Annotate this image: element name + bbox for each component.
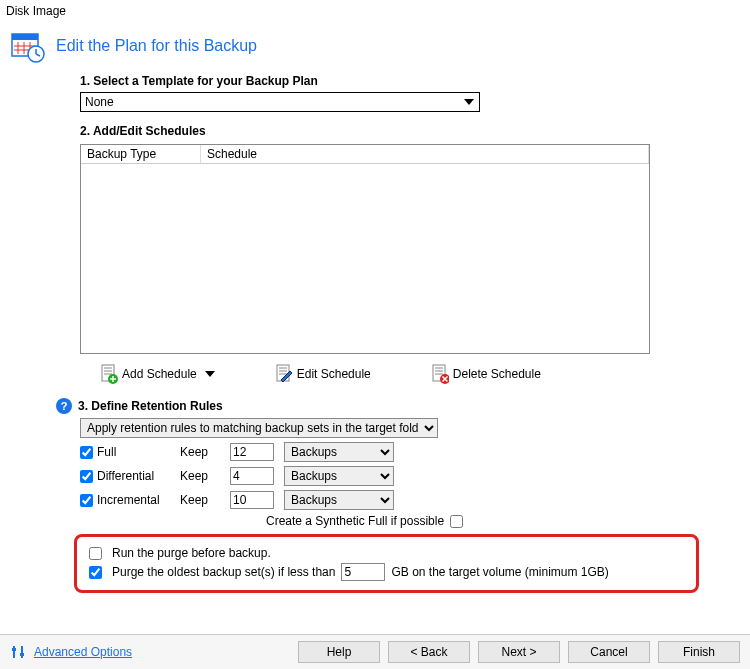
chevron-down-icon bbox=[205, 371, 215, 377]
template-select[interactable]: None bbox=[80, 92, 480, 112]
svg-rect-32 bbox=[12, 648, 16, 651]
add-schedule-label: Add Schedule bbox=[122, 367, 197, 381]
incremental-unit-select[interactable]: Backups bbox=[284, 490, 394, 510]
page-title: Edit the Plan for this Backup bbox=[56, 37, 257, 55]
highlight-box: Run the purge before backup. Purge the o… bbox=[74, 534, 699, 593]
differential-label: Differential bbox=[97, 469, 154, 483]
edit-schedule-button[interactable]: Edit Schedule bbox=[275, 364, 371, 384]
schedule-table-body[interactable] bbox=[81, 164, 649, 353]
add-icon bbox=[100, 364, 118, 384]
full-unit-select[interactable]: Backups bbox=[284, 442, 394, 462]
cancel-button[interactable]: Cancel bbox=[568, 641, 650, 663]
keep-label: Keep bbox=[180, 493, 220, 507]
svg-rect-1 bbox=[12, 34, 38, 40]
incremental-count-input[interactable] bbox=[230, 491, 274, 509]
section3-label: 3. Define Retention Rules bbox=[78, 399, 223, 413]
footer-bar: Advanced Options Help < Back Next > Canc… bbox=[0, 634, 750, 669]
retention-row-incremental: Incremental Keep Backups bbox=[80, 490, 730, 510]
incremental-checkbox[interactable]: Incremental bbox=[80, 493, 170, 507]
purge-gb-input[interactable] bbox=[341, 563, 385, 581]
delete-schedule-button[interactable]: Delete Schedule bbox=[431, 364, 541, 384]
full-label: Full bbox=[97, 445, 116, 459]
incremental-label: Incremental bbox=[97, 493, 160, 507]
synthetic-label: Create a Synthetic Full if possible bbox=[266, 514, 444, 528]
schedule-col-type[interactable]: Backup Type bbox=[81, 145, 201, 163]
retention-row-full: Full Keep Backups bbox=[80, 442, 730, 462]
differential-unit-select[interactable]: Backups bbox=[284, 466, 394, 486]
differential-checkbox-input[interactable] bbox=[80, 470, 93, 483]
window-title: Disk Image bbox=[0, 0, 750, 22]
sliders-icon bbox=[10, 644, 26, 660]
keep-label: Keep bbox=[180, 445, 220, 459]
svg-rect-33 bbox=[20, 653, 24, 656]
full-checkbox[interactable]: Full bbox=[80, 445, 170, 459]
finish-button[interactable]: Finish bbox=[658, 641, 740, 663]
next-button[interactable]: Next > bbox=[478, 641, 560, 663]
delete-schedule-label: Delete Schedule bbox=[453, 367, 541, 381]
purge-oldest-prefix: Purge the oldest backup set(s) if less t… bbox=[112, 565, 335, 579]
full-checkbox-input[interactable] bbox=[80, 446, 93, 459]
purge-before-checkbox[interactable] bbox=[89, 547, 102, 560]
synthetic-checkbox[interactable] bbox=[450, 515, 463, 528]
purge-oldest-checkbox[interactable] bbox=[89, 566, 102, 579]
keep-label: Keep bbox=[180, 469, 220, 483]
full-count-input[interactable] bbox=[230, 443, 274, 461]
svg-marker-18 bbox=[205, 371, 215, 377]
add-schedule-button[interactable]: Add Schedule bbox=[100, 364, 215, 384]
incremental-checkbox-input[interactable] bbox=[80, 494, 93, 507]
purge-before-label: Run the purge before backup. bbox=[112, 546, 271, 560]
section1-label: 1. Select a Template for your Backup Pla… bbox=[80, 74, 730, 88]
differential-checkbox[interactable]: Differential bbox=[80, 469, 170, 483]
edit-schedule-label: Edit Schedule bbox=[297, 367, 371, 381]
plan-calendar-clock-icon bbox=[10, 28, 46, 64]
differential-count-input[interactable] bbox=[230, 467, 274, 485]
schedule-col-schedule[interactable]: Schedule bbox=[201, 145, 649, 163]
section2-label: 2. Add/Edit Schedules bbox=[80, 124, 730, 138]
delete-icon bbox=[431, 364, 449, 384]
schedule-table: Backup Type Schedule bbox=[80, 144, 650, 354]
help-icon[interactable]: ? bbox=[56, 398, 72, 414]
retention-scope-select[interactable]: Apply retention rules to matching backup… bbox=[80, 418, 438, 438]
back-button[interactable]: < Back bbox=[388, 641, 470, 663]
advanced-options-link[interactable]: Advanced Options bbox=[34, 645, 132, 659]
edit-icon bbox=[275, 364, 293, 384]
purge-oldest-suffix: GB on the target volume (minimum 1GB) bbox=[391, 565, 608, 579]
retention-row-differential: Differential Keep Backups bbox=[80, 466, 730, 486]
help-button[interactable]: Help bbox=[298, 641, 380, 663]
